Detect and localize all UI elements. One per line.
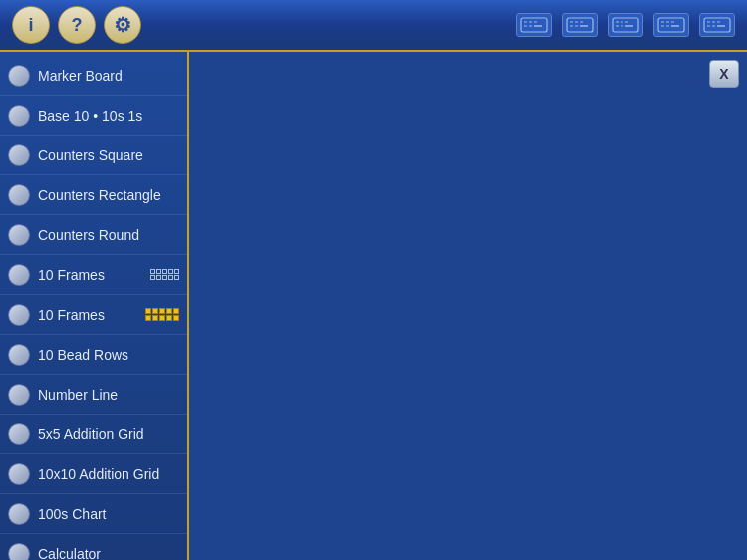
sidebar-bullet: [8, 344, 30, 366]
sidebar-label: 100s Chart: [38, 506, 179, 522]
sidebar-item-100s-chart[interactable]: 100s Chart: [0, 494, 187, 534]
keyboard-icon-2[interactable]: [562, 13, 598, 37]
sidebar-bullet: [8, 304, 30, 326]
svg-rect-0: [521, 18, 547, 32]
sidebar-bullet: [8, 423, 30, 445]
main-area: Marker Board Base 10 • 10s 1s Counters S…: [0, 52, 747, 560]
svg-rect-7: [567, 18, 593, 32]
keyboard-icon-4[interactable]: [653, 13, 689, 37]
sidebar-bullet: [8, 503, 30, 525]
sidebar-label: Marker Board: [38, 68, 179, 84]
sidebar-item-10-frames-thin[interactable]: 10 Frames: [0, 255, 187, 295]
settings-button[interactable]: ⚙: [104, 6, 141, 44]
sidebar-label: Calculator: [38, 546, 179, 561]
sidebar-label: Base 10 • 10s 1s: [38, 108, 179, 124]
keyboard-icon-5[interactable]: [699, 13, 735, 37]
sidebar-label: 10x10 Addition Grid: [38, 466, 179, 482]
keyboard-icon-group: [516, 13, 735, 37]
sidebar-label: 5x5 Addition Grid: [38, 426, 179, 442]
sidebar-bullet: [8, 384, 30, 406]
sidebar-item-number-line[interactable]: Number Line: [0, 375, 187, 415]
close-button[interactable]: X: [709, 60, 739, 88]
sidebar-bullet: [8, 65, 30, 87]
sidebar-item-calculator[interactable]: Calculator: [0, 534, 187, 560]
frames-filled-icon: [145, 308, 179, 321]
sidebar-label: 10 Frames: [38, 267, 142, 283]
svg-rect-21: [658, 18, 684, 32]
help-button[interactable]: ?: [58, 6, 96, 44]
frames-thin-icon: [150, 269, 179, 280]
svg-rect-28: [704, 18, 730, 32]
sidebar-bullet: [8, 264, 30, 286]
sidebar-bullet: [8, 463, 30, 485]
sidebar-label: Counters Rectangle: [38, 187, 179, 203]
sidebar-bullet: [8, 105, 30, 127]
sidebar-bullet: [8, 224, 30, 246]
sidebar-label: 10 Frames: [38, 307, 137, 323]
keyboard-icon-3[interactable]: [608, 13, 643, 37]
sidebar: Marker Board Base 10 • 10s 1s Counters S…: [0, 52, 189, 560]
sidebar-item-counters-rectangle[interactable]: Counters Rectangle: [0, 175, 187, 215]
sidebar-item-10-bead-rows[interactable]: 10 Bead Rows: [0, 335, 187, 375]
sidebar-item-5x5-addition[interactable]: 5x5 Addition Grid: [0, 415, 187, 454]
sidebar-item-counters-round[interactable]: Counters Round: [0, 215, 187, 255]
svg-rect-14: [613, 18, 638, 32]
sidebar-bullet: [8, 144, 30, 166]
sidebar-label: Number Line: [38, 387, 179, 403]
sidebar-label: Counters Round: [38, 227, 179, 243]
sidebar-item-counters-square[interactable]: Counters Square: [0, 136, 187, 175]
sidebar-label: 10 Bead Rows: [38, 347, 179, 363]
sidebar-bullet: [8, 543, 30, 561]
sidebar-item-base-10[interactable]: Base 10 • 10s 1s: [0, 96, 187, 136]
sidebar-item-marker-board[interactable]: Marker Board: [0, 56, 187, 96]
sidebar-bullet: [8, 184, 30, 206]
content-area: X: [189, 52, 747, 560]
info-button[interactable]: i: [12, 6, 50, 44]
sidebar-item-10-frames-filled[interactable]: 10 Frames: [0, 295, 187, 335]
sidebar-label: Counters Square: [38, 147, 179, 163]
header-bar: i ? ⚙: [0, 0, 747, 52]
keyboard-icon-1[interactable]: [516, 13, 552, 37]
sidebar-item-10x10-addition[interactable]: 10x10 Addition Grid: [0, 454, 187, 494]
